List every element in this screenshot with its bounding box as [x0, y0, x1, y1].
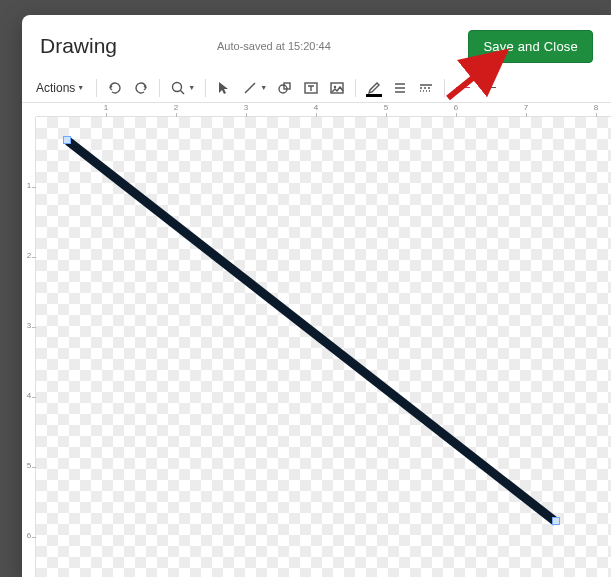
ruler-tick: 1 — [96, 103, 116, 112]
redo-button[interactable] — [129, 76, 153, 100]
svg-point-10 — [334, 85, 336, 87]
line-color-button[interactable] — [362, 76, 386, 100]
toolbar-divider — [355, 79, 356, 97]
svg-line-1 — [181, 90, 185, 94]
line-handle-end[interactable] — [552, 517, 560, 525]
ruler-tick: 6 — [446, 103, 466, 112]
toolbar-divider — [205, 79, 206, 97]
chevron-down-icon: ▼ — [260, 84, 267, 91]
line-end-button[interactable] — [477, 76, 501, 100]
line-handle-start[interactable] — [63, 136, 71, 144]
ruler-tick: 1 — [22, 181, 36, 193]
line-color-chip — [366, 94, 382, 97]
undo-button[interactable] — [103, 76, 127, 100]
autosave-status: Auto-saved at 15:20:44 — [117, 40, 468, 52]
line-dash-icon — [418, 80, 434, 96]
ruler-tick: 7 — [516, 103, 536, 112]
textbox-tool[interactable] — [299, 76, 323, 100]
ruler-tick: 2 — [166, 103, 186, 112]
ruler-tick: 3 — [236, 103, 256, 112]
drawing-canvas[interactable] — [36, 117, 611, 577]
redo-icon — [133, 80, 149, 96]
image-icon — [329, 80, 345, 96]
ruler-tick: 2 — [22, 251, 36, 263]
svg-point-0 — [173, 82, 182, 91]
ruler-tick: 3 — [22, 321, 36, 333]
line-weight-button[interactable] — [388, 76, 412, 100]
chevron-down-icon: ▼ — [188, 84, 195, 91]
line-icon — [242, 80, 258, 96]
shape-tool[interactable] — [273, 76, 297, 100]
line-end-icon — [482, 87, 496, 88]
select-tool[interactable] — [212, 76, 236, 100]
dialog-title: Drawing — [40, 34, 117, 58]
textbox-icon — [303, 80, 319, 96]
ruler-horizontal: 1 2 3 4 5 6 7 8 — [36, 103, 611, 117]
shape-icon — [277, 80, 293, 96]
zoom-icon — [170, 80, 186, 96]
svg-marker-2 — [219, 82, 228, 94]
chevron-down-icon: ▼ — [77, 84, 84, 91]
undo-icon — [107, 80, 123, 96]
toolbar-divider — [159, 79, 160, 97]
svg-line-3 — [245, 83, 255, 93]
drawn-line-shape[interactable] — [36, 117, 611, 577]
line-start-icon — [456, 87, 470, 88]
line-start-button[interactable] — [451, 76, 475, 100]
canvas-area: 1 2 3 4 5 6 7 8 1 2 3 4 5 6 — [22, 103, 611, 577]
drawing-dialog: Drawing Auto-saved at 15:20:44 Save and … — [22, 15, 611, 577]
svg-line-17 — [68, 141, 556, 522]
toolbar-divider — [96, 79, 97, 97]
actions-label: Actions — [36, 81, 75, 95]
ruler-tick: 6 — [22, 531, 36, 543]
ruler-tick: 5 — [376, 103, 396, 112]
cursor-icon — [216, 80, 232, 96]
line-weight-icon — [392, 80, 408, 96]
image-tool[interactable] — [325, 76, 349, 100]
zoom-menu[interactable]: ▼ — [166, 76, 199, 100]
line-dash-button[interactable] — [414, 76, 438, 100]
actions-menu[interactable]: Actions ▼ — [30, 76, 90, 100]
line-tool[interactable]: ▼ — [238, 76, 271, 100]
ruler-tick: 4 — [22, 391, 36, 403]
ruler-tick: 8 — [586, 103, 606, 112]
dialog-header: Drawing Auto-saved at 15:20:44 Save and … — [22, 15, 611, 73]
toolbar-divider — [444, 79, 445, 97]
ruler-vertical: 1 2 3 4 5 6 — [22, 117, 36, 577]
toolbar: Actions ▼ ▼ ▼ — [22, 73, 611, 103]
ruler-tick: 5 — [22, 461, 36, 473]
ruler-tick: 4 — [306, 103, 326, 112]
save-and-close-button[interactable]: Save and Close — [468, 30, 593, 63]
